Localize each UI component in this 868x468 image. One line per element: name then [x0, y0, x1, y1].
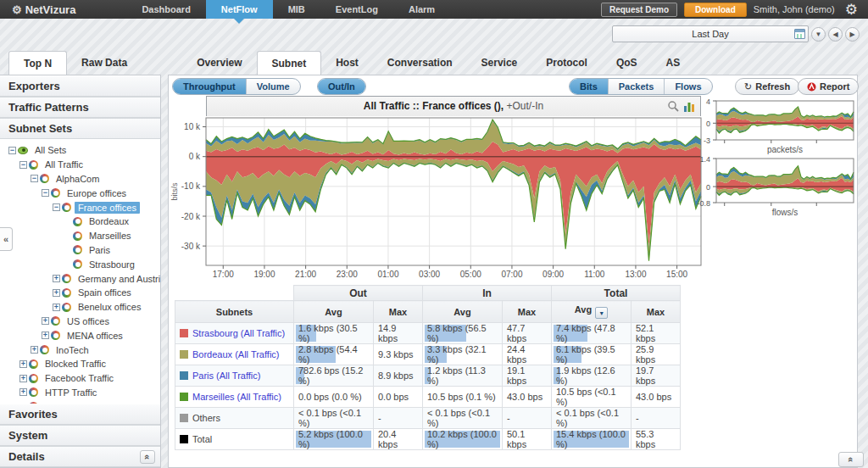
- column-header-max[interactable]: Max: [503, 301, 552, 323]
- sidebar-section-traffic-patterns[interactable]: Traffic Patterns: [0, 97, 160, 118]
- sort-descending-icon[interactable]: ▼: [595, 307, 608, 319]
- tree-item-us-offices[interactable]: +US offices: [0, 315, 160, 329]
- tab-top-n[interactable]: Top N: [8, 51, 67, 75]
- expand-node-icon[interactable]: +: [53, 304, 60, 311]
- expand-node-icon[interactable]: +: [53, 275, 60, 282]
- subnet-name[interactable]: Bordeaux (All Traffic): [192, 349, 280, 359]
- throughput-button[interactable]: Throughput: [173, 79, 247, 94]
- column-header-avg[interactable]: Avg: [294, 301, 374, 323]
- avg-cell: 2.8 kbps (54.4 %): [294, 344, 374, 365]
- expand-node-icon[interactable]: +: [31, 346, 38, 354]
- tree-item-bordeaux[interactable]: Bordeaux: [0, 214, 160, 229]
- tab-protocol[interactable]: Protocol: [531, 51, 602, 75]
- nav-item-eventlog[interactable]: EventLog: [320, 0, 393, 19]
- subnet-set-icon: [29, 387, 38, 397]
- tree-item-benelux-offices[interactable]: +Benelux offices: [0, 300, 160, 315]
- tree-item-strasbourg[interactable]: Strasbourg: [0, 257, 160, 271]
- packets-button[interactable]: Packets: [609, 79, 665, 94]
- sidebar-section-exporters[interactable]: Exporters: [0, 75, 160, 97]
- subnet-name[interactable]: Marseilles (All Traffic): [192, 392, 281, 402]
- tab-overview[interactable]: Overview: [182, 51, 256, 75]
- sidebar-section-details[interactable]: Details «: [0, 446, 160, 467]
- sidebar-section-favorites[interactable]: Favorites: [0, 404, 160, 425]
- expand-node-icon[interactable]: +: [42, 332, 49, 339]
- tab-raw-data[interactable]: Raw Data: [67, 51, 142, 75]
- download-button[interactable]: Download: [684, 3, 747, 17]
- subnet-name[interactable]: Paris (All Traffic): [192, 370, 260, 381]
- sidebar-section-system[interactable]: System: [0, 425, 160, 446]
- tree-item-spain-offices[interactable]: +Spain offices: [0, 286, 160, 300]
- svg-text:flows/s: flows/s: [772, 208, 798, 217]
- time-range-next-button[interactable]: ▶: [845, 27, 860, 42]
- expand-node-icon[interactable]: +: [53, 289, 60, 297]
- collapse-node-icon[interactable]: −: [42, 189, 49, 197]
- calendar-icon[interactable]: [794, 29, 805, 39]
- nav-item-alarm[interactable]: Alarm: [393, 0, 450, 19]
- collapse-node-icon[interactable]: −: [53, 203, 60, 211]
- netvizura-logo[interactable]: ⚙ NetVizura: [0, 3, 87, 16]
- sidebar-collapse-handle[interactable]: «: [0, 227, 13, 251]
- collapse-node-icon[interactable]: −: [31, 175, 38, 182]
- subnet-set-icon: [40, 345, 49, 354]
- bits-button[interactable]: Bits: [570, 79, 609, 94]
- subnet-name: Total: [192, 434, 212, 444]
- time-range-prev-button[interactable]: ◀: [828, 27, 843, 42]
- tab-qos[interactable]: QoS: [602, 51, 652, 75]
- nav-item-mib[interactable]: MIB: [273, 0, 320, 19]
- volume-button[interactable]: Volume: [247, 79, 300, 94]
- tree-item-germany-and-austria[interactable]: +Germany and Austria: [0, 271, 160, 286]
- column-header-avg[interactable]: Avg: [423, 301, 503, 323]
- subnet-set-icon: [29, 359, 38, 369]
- tree-item-mena-offices[interactable]: +MENA offices: [0, 328, 160, 343]
- report-button[interactable]: Report: [798, 78, 859, 95]
- throughput-volume-toggle: Throughput Volume: [172, 78, 301, 95]
- time-range-field[interactable]: Last Day: [612, 25, 809, 42]
- nav-item-dashboard[interactable]: Dashboard: [126, 0, 205, 19]
- subnet-name[interactable]: Strasbourg (All Traffic): [192, 328, 285, 338]
- settings-gear-icon[interactable]: ⚙: [842, 3, 861, 17]
- tree-item-france-offices[interactable]: −France offices: [0, 200, 160, 214]
- details-collapse-button[interactable]: «: [140, 450, 155, 464]
- user-menu[interactable]: Smith, John (demo): [754, 4, 835, 14]
- expand-node-icon[interactable]: +: [19, 388, 27, 396]
- tree-item-inotech[interactable]: +InoTech: [0, 343, 160, 357]
- request-demo-button[interactable]: Request Demo: [601, 3, 677, 17]
- chart-zoom-icon[interactable]: [667, 100, 680, 113]
- tree-item-marseilles[interactable]: Marseilles: [0, 229, 160, 243]
- column-header-subnets[interactable]: Subnets: [175, 301, 294, 323]
- refresh-button[interactable]: ↻ Refresh: [735, 78, 799, 95]
- column-header-max[interactable]: Max: [632, 301, 681, 323]
- collapse-node-icon[interactable]: −: [8, 147, 16, 154]
- tab-as[interactable]: AS: [652, 51, 695, 75]
- tab-host[interactable]: Host: [321, 51, 373, 75]
- tree-item-http-traffic[interactable]: +HTTP Traffic: [0, 386, 160, 400]
- column-header-max[interactable]: Max: [374, 301, 423, 323]
- sidebar-section-subnet-sets[interactable]: Subnet Sets: [0, 118, 160, 139]
- time-range-dropdown-button[interactable]: ▼: [811, 27, 826, 42]
- subnet-set-icon: [29, 160, 38, 170]
- nav-item-netflow[interactable]: NetFlow: [206, 0, 273, 19]
- flows-mini-chart: 1.40-0.8flows/s: [693, 155, 859, 218]
- tab-subnet[interactable]: Subnet: [257, 51, 322, 75]
- column-header-avg[interactable]: Avg▼: [552, 301, 632, 323]
- tree-item-paris[interactable]: Paris: [0, 243, 160, 258]
- max-cell: 19.7 kbps: [632, 365, 681, 387]
- tree-item-europe-offices[interactable]: −Europe offices: [0, 186, 160, 200]
- tree-item-all-sets[interactable]: −All Sets: [0, 143, 160, 158]
- tree-item-alphacom[interactable]: −AlphaCom: [0, 172, 160, 187]
- tree-item-blocked-traffic[interactable]: +Blocked Traffic: [0, 357, 160, 371]
- tab-conversation[interactable]: Conversation: [373, 51, 467, 75]
- tree-item-facebook-traffic[interactable]: +Facebook Traffic: [0, 371, 160, 386]
- flows-button[interactable]: Flows: [665, 79, 711, 94]
- tree-item-all-traffic[interactable]: −All Traffic: [0, 158, 160, 172]
- expand-node-icon[interactable]: +: [42, 317, 49, 325]
- expand-node-icon[interactable]: +: [19, 360, 27, 368]
- main-nav: DashboardNetFlowMIBEventLogAlarm: [126, 0, 450, 19]
- avg-cell: 10.5 bps (0.1 %): [423, 387, 503, 408]
- tab-service[interactable]: Service: [467, 51, 532, 75]
- expand-node-icon[interactable]: +: [19, 375, 27, 382]
- table-row: Others< 0.1 bps (<0.1 %)-< 0.1 bps (<0.1…: [175, 408, 681, 429]
- outin-button[interactable]: Out/In: [318, 79, 365, 94]
- scroll-top-button[interactable]: «: [838, 452, 864, 467]
- collapse-node-icon[interactable]: −: [19, 161, 27, 169]
